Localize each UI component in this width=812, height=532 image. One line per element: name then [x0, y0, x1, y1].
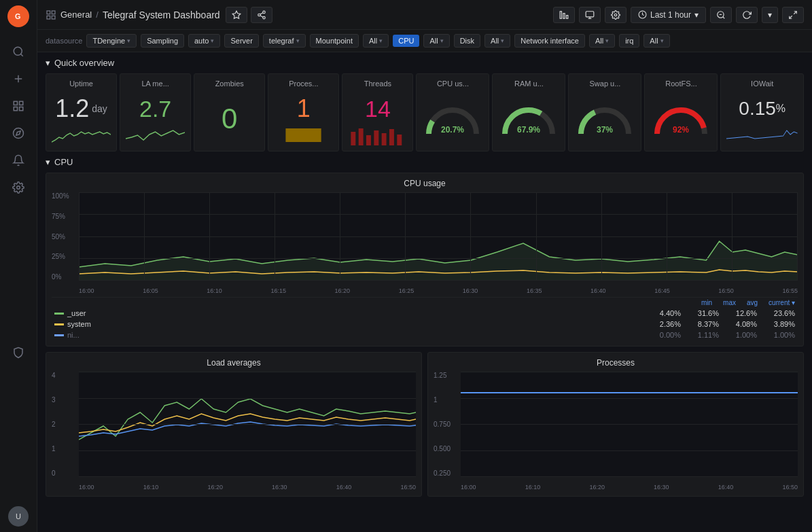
svg-line-33: [794, 11, 796, 14]
iowait-card: IOWait 0.15%: [720, 73, 804, 152]
svg-rect-9: [20, 107, 23, 111]
svg-line-21: [260, 12, 263, 14]
clock-icon: [638, 10, 647, 19]
user-current: 23.6%: [768, 309, 795, 317]
cpu-chevron-icon: ▾: [46, 157, 50, 167]
cpu-section-header[interactable]: ▾ CPU: [46, 157, 804, 167]
zombies-card: Zombies 0: [194, 73, 265, 152]
svg-rect-35: [286, 128, 321, 142]
svg-text:37%: 37%: [597, 125, 613, 135]
user-avatar[interactable]: U: [8, 506, 29, 527]
la-title: LA me...: [126, 79, 185, 88]
refresh-icon: [742, 10, 752, 20]
cpu-usage-title: CPU us...: [422, 79, 483, 88]
settings-button[interactable]: [605, 7, 626, 23]
svg-rect-13: [52, 11, 55, 14]
server-select[interactable]: telegraf ▾: [263, 34, 306, 48]
processes-panel: Processes 1.25 1 0.750 0.500 0.250: [427, 352, 804, 497]
irq-label: irq: [619, 34, 639, 48]
load-chart-inner[interactable]: [79, 372, 416, 477]
cpu-select[interactable]: All ▾: [423, 34, 449, 48]
disk-label: Disk: [454, 34, 480, 48]
load-x-axis: 16:00 16:10 16:20 16:30 16:40 16:50: [79, 478, 416, 491]
legend-current-header[interactable]: current ▾: [769, 299, 795, 306]
bottom-charts-row: Load averages 4 3 2 1 0: [46, 352, 804, 497]
svg-rect-6: [14, 101, 17, 105]
header-actions: Last 1 hour ▾ ▾: [553, 7, 804, 23]
mountpoint-select[interactable]: All ▾: [363, 34, 389, 48]
rootfs-title: RootFS...: [650, 79, 711, 88]
cpu-chevron: ▾: [440, 37, 444, 44]
legend-avg-header: avg: [747, 299, 758, 306]
add-panel-button[interactable]: [553, 7, 575, 23]
quick-overview-section-header[interactable]: ▾ Quick overview: [46, 58, 804, 68]
datasource-select[interactable]: TDengine ▾: [86, 34, 137, 48]
irq-select[interactable]: All ▾: [643, 34, 669, 48]
svg-rect-23: [563, 13, 565, 18]
threads-card: Threads 14: [342, 73, 413, 152]
dashboard-title: Telegraf System Dashboard: [103, 10, 220, 20]
network-select[interactable]: All ▾: [589, 34, 615, 48]
time-range-button[interactable]: Last 1 hour ▾: [631, 7, 706, 23]
tv-button[interactable]: [579, 7, 601, 23]
uptime-card: Uptime 1.2 day: [46, 73, 117, 152]
iowait-unit: %: [776, 103, 785, 114]
sampling-select[interactable]: auto ▾: [188, 34, 220, 48]
sampling-label: Sampling: [141, 34, 184, 48]
sampling-chevron: ▾: [211, 37, 214, 44]
zoom-out-button[interactable]: [710, 7, 732, 23]
datasource-label: datasource: [46, 37, 82, 45]
star-button[interactable]: [226, 7, 247, 23]
quick-overview-title: Quick overview: [54, 58, 114, 68]
ni-avg: 1.00%: [730, 331, 757, 339]
sidebar-item-settings[interactable]: [5, 175, 32, 200]
cpu-y-axis: 100% 75% 50% 25% 0%: [52, 192, 79, 281]
settings-icon: [611, 10, 620, 20]
sidebar-item-dashboards[interactable]: [5, 94, 32, 118]
svg-rect-14: [47, 16, 50, 19]
more-button[interactable]: ▾: [762, 7, 778, 23]
svg-line-20: [260, 15, 263, 16]
load-averages-chart: 4 3 2 1 0: [52, 372, 416, 491]
system-legend-line: [54, 323, 64, 325]
sidebar-item-search[interactable]: [5, 39, 32, 64]
breadcrumb: General / Telegraf System Dashboard: [46, 10, 220, 20]
ram-gauge: 67.9%: [498, 92, 559, 145]
uptime-value: 1.2 day: [52, 92, 111, 125]
refresh-button[interactable]: [736, 7, 758, 23]
sidebar-item-alerts[interactable]: [5, 148, 32, 173]
processes-chart-inner[interactable]: [461, 372, 798, 477]
svg-rect-42: [398, 135, 402, 145]
threads-title: Threads: [348, 79, 407, 88]
apps-icon: [46, 10, 56, 20]
fullscreen-button[interactable]: [782, 7, 804, 23]
system-min: 2.36%: [654, 320, 681, 328]
breadcrumb-general[interactable]: General: [60, 10, 92, 20]
sidebar-item-explore[interactable]: [5, 121, 32, 145]
ram-usage-card: RAM u... 67.9%: [492, 73, 565, 152]
cpu-chart-inner[interactable]: [79, 192, 798, 281]
sidebar-item-shield[interactable]: [5, 340, 32, 365]
chevron-down-icon: ▾: [46, 58, 50, 68]
user-max: 31.6%: [692, 309, 719, 317]
cpu-usage-card: CPU us... 20.7%: [416, 73, 489, 152]
share-icon: [257, 10, 266, 20]
user-legend-line: [54, 313, 64, 315]
svg-point-19: [262, 16, 265, 19]
system-max: 8.37%: [692, 320, 719, 328]
sidebar-item-add[interactable]: [5, 67, 32, 91]
sidebar-bottom: U: [8, 506, 29, 532]
processes-value: 1: [274, 92, 333, 125]
sidebar: G U: [0, 0, 37, 532]
zombies-value: 0: [200, 92, 259, 145]
grafana-logo[interactable]: G: [7, 5, 29, 27]
svg-point-10: [14, 128, 24, 139]
cpu-x-axis: 16:00 16:05 16:10 16:15 16:20 16:25 16:3…: [79, 282, 798, 294]
share-button[interactable]: [251, 7, 272, 23]
bar-chart-icon: [559, 10, 569, 20]
disk-select[interactable]: All ▾: [484, 34, 510, 48]
svg-rect-37: [359, 128, 364, 145]
main-content: General / Telegraf System Dashboard: [37, 0, 812, 532]
ni-legend-line: [54, 334, 64, 336]
ram-usage-title: RAM u...: [498, 79, 559, 88]
